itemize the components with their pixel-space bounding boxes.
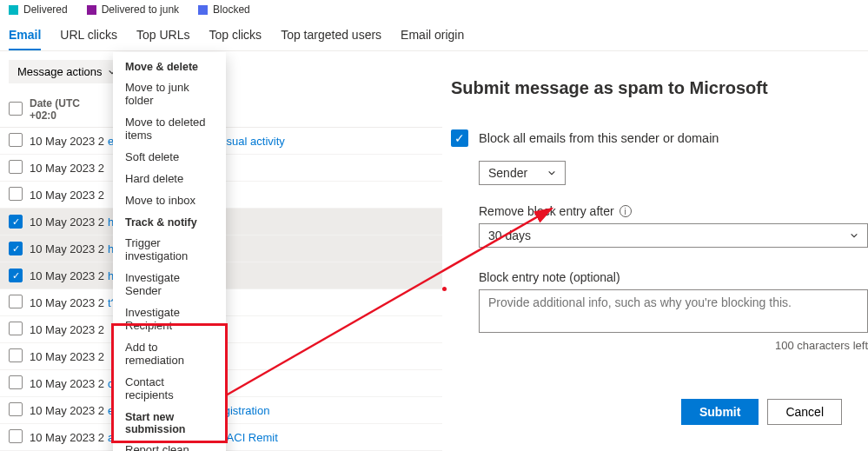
cell-date: 10 May 2023 2	[30, 269, 108, 282]
menu-item-report-clean[interactable]: Report clean	[113, 439, 226, 451]
swatch	[87, 5, 96, 15]
menu-item-move-to-deleted-items[interactable]: Move to deleted items	[113, 111, 226, 146]
row-checkbox[interactable]	[9, 187, 23, 201]
menu-item-move-to-inbox[interactable]: Move to inbox	[113, 189, 226, 211]
tab-top-targeted[interactable]: Top targeted users	[281, 24, 381, 50]
menu-section-header: Track & notify	[113, 211, 226, 232]
cell-date: 10 May 2023 2	[30, 350, 108, 363]
tab-email-origin[interactable]: Email origin	[401, 24, 464, 50]
chevron-down-icon	[547, 169, 556, 177]
submit-spam-panel: Submit message as spam to Microsoft Bloc…	[442, 52, 868, 451]
info-icon[interactable]: i	[620, 205, 632, 217]
tab-email[interactable]: Email	[9, 24, 41, 50]
menu-item-soft-delete[interactable]: Soft delete	[113, 146, 226, 168]
status-legend: Delivered Delivered to junk Blocked	[0, 0, 868, 19]
message-actions-button[interactable]: Message actions	[9, 60, 125, 83]
cell-date: 10 May 2023 2	[30, 189, 108, 202]
row-checkbox[interactable]	[9, 322, 23, 335]
column-header-date[interactable]: Date (UTC +02:0	[30, 97, 108, 122]
message-actions-label: Message actions	[17, 65, 103, 78]
row-checkbox[interactable]	[9, 133, 23, 147]
cell-date: 10 May 2023 2	[30, 323, 108, 336]
submit-button[interactable]: Submit	[681, 399, 759, 425]
swatch	[9, 5, 18, 15]
cell-date: 10 May 2023 2	[30, 242, 108, 255]
panel-title: Submit message as spam to Microsoft	[451, 78, 842, 98]
row-checkbox[interactable]	[9, 295, 23, 308]
cell-date: 10 May 2023 2	[30, 162, 108, 175]
menu-item-add-to-remediation[interactable]: Add to remediation	[113, 336, 226, 371]
row-checkbox[interactable]	[9, 160, 23, 174]
menu-item-hard-delete[interactable]: Hard delete	[113, 168, 226, 189]
chevron-down-icon	[850, 231, 858, 240]
row-checkbox[interactable]	[9, 429, 23, 443]
block-note-textarea[interactable]	[479, 289, 868, 333]
menu-item-investigate-recipient[interactable]: Investigate Recipient	[113, 302, 226, 336]
cell-date: 10 May 2023 2	[30, 404, 108, 417]
block-all-checkbox[interactable]	[451, 129, 468, 147]
legend-label: Delivered to junk	[102, 3, 179, 16]
row-checkbox[interactable]	[9, 348, 23, 362]
row-checkbox[interactable]	[9, 402, 23, 416]
cell-date: 10 May 2023 2	[30, 296, 108, 309]
menu-item-contact-recipients[interactable]: Contact recipients	[113, 371, 226, 406]
row-checkbox[interactable]	[9, 215, 23, 229]
cell-date: 10 May 2023 2	[30, 216, 108, 229]
characters-remaining: 100 characters left	[479, 339, 868, 352]
cancel-button[interactable]: Cancel	[767, 399, 842, 425]
row-checkbox[interactable]	[9, 269, 23, 282]
required-indicator	[442, 287, 447, 291]
legend-label: Delivered	[23, 3, 68, 16]
swatch	[198, 5, 208, 15]
legend-label: Blocked	[213, 3, 250, 16]
cell-date: 10 May 2023 2	[30, 135, 108, 148]
legend-item: Blocked	[198, 3, 250, 16]
menu-item-move-to-junk-folder[interactable]: Move to junk folder	[113, 76, 226, 111]
dropdown-value: Sender	[488, 166, 527, 180]
dropdown-value: 30 days	[488, 229, 531, 242]
cell-date: 10 May 2023 2	[30, 431, 108, 444]
tab-top-urls[interactable]: Top URLs	[136, 24, 189, 50]
cell-date: 10 May 2023 2	[30, 377, 108, 390]
menu-item-trigger-investigation[interactable]: Trigger investigation	[113, 232, 226, 267]
select-all-checkbox[interactable]	[9, 102, 23, 116]
view-tabs: Email URL clicks Top URLs Top clicks Top…	[0, 19, 868, 51]
tab-top-clicks[interactable]: Top clicks	[209, 24, 262, 50]
menu-section-header: Start new submission	[113, 406, 226, 439]
remove-after-dropdown[interactable]: 30 days	[479, 223, 868, 248]
legend-item: Delivered to junk	[87, 3, 179, 16]
sender-domain-dropdown[interactable]: Sender	[479, 161, 566, 185]
menu-item-investigate-sender[interactable]: Investigate Sender	[113, 267, 226, 302]
row-checkbox[interactable]	[9, 242, 23, 255]
remove-after-label: Remove block entry after	[479, 204, 614, 218]
tab-url-clicks[interactable]: URL clicks	[60, 24, 117, 50]
message-actions-menu: Move & deleteMove to junk folderMove to …	[113, 52, 226, 451]
note-label: Block entry note (optional)	[479, 270, 620, 284]
legend-item: Delivered	[9, 3, 68, 16]
row-checkbox[interactable]	[9, 375, 23, 389]
menu-section-header: Move & delete	[113, 56, 226, 76]
block-all-label: Block all emails from this sender or dom…	[479, 131, 719, 145]
